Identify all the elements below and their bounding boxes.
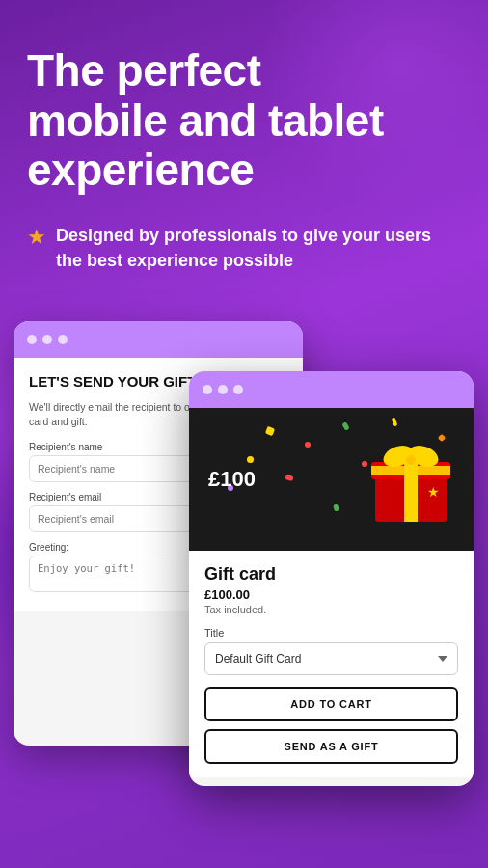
confetti-4 bbox=[247, 456, 254, 463]
form-card-titlebar bbox=[14, 321, 303, 358]
confetti-8 bbox=[392, 417, 398, 426]
gift-card-price: £100.00 bbox=[204, 587, 458, 602]
gift-card-body: Gift card £100.00 Tax included. Title De… bbox=[189, 551, 474, 777]
svg-point-7 bbox=[406, 455, 416, 465]
dot-4 bbox=[203, 385, 212, 394]
feature-row: ★ Designed by professionals to give your… bbox=[27, 223, 461, 273]
star-icon: ★ bbox=[27, 225, 46, 250]
dot-5 bbox=[218, 385, 228, 394]
gift-card-titlebar bbox=[189, 371, 474, 408]
title-select[interactable]: Default Gift Card Happy Birthday Congrat… bbox=[204, 642, 458, 675]
page-wrapper: The perfect mobile and tablet experience… bbox=[0, 0, 488, 868]
dot-1 bbox=[27, 335, 37, 344]
dot-2 bbox=[42, 335, 52, 344]
hero-title: The perfect mobile and tablet experience bbox=[27, 46, 461, 196]
confetti-7 bbox=[285, 475, 293, 481]
send-as-gift-button[interactable]: SEND AS A GIFT bbox=[204, 729, 458, 764]
svg-text:★: ★ bbox=[427, 484, 440, 500]
hero-section: The perfect mobile and tablet experience… bbox=[0, 0, 488, 292]
dot-6 bbox=[233, 385, 243, 394]
gift-box-icon: ★ bbox=[367, 429, 454, 529]
hero-title-line2: mobile and tablet bbox=[27, 95, 384, 146]
gift-card-title: Gift card bbox=[204, 564, 458, 584]
gift-card: £100 bbox=[189, 371, 474, 786]
feature-text: Designed by professionals to give your u… bbox=[56, 223, 461, 273]
confetti-11 bbox=[333, 503, 339, 511]
cards-section: LET'S SEND YOUR GIFT CARD! We'll directl… bbox=[0, 321, 488, 794]
add-to-cart-button[interactable]: ADD TO CART bbox=[204, 687, 458, 721]
hero-title-line1: The perfect bbox=[27, 45, 260, 95]
hero-title-line3: experience bbox=[27, 145, 254, 195]
select-label: Title bbox=[204, 627, 458, 638]
confetti-3 bbox=[341, 421, 349, 430]
confetti-1 bbox=[265, 426, 275, 436]
gift-card-tax: Tax included. bbox=[204, 604, 458, 615]
gift-card-amount: £100 bbox=[208, 467, 256, 492]
confetti-2 bbox=[305, 442, 311, 448]
dot-3 bbox=[58, 335, 68, 344]
gift-card-image: £100 bbox=[189, 408, 474, 551]
